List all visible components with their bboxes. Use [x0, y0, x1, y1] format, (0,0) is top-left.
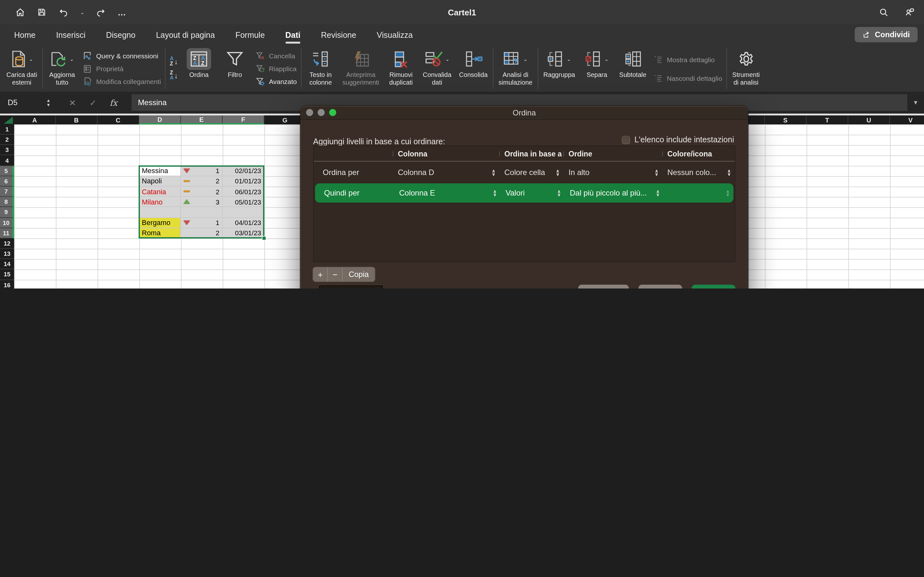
row-header-10[interactable]: 10 — [0, 218, 14, 228]
stepper-icon[interactable]: ∧∨ — [557, 190, 561, 196]
annulla-button[interactable]: Annulla — [639, 285, 682, 288]
anteprima-suggerimenti-button[interactable]: Anteprima suggerimenti — [338, 45, 383, 92]
stepper-icon[interactable]: ∧∨ — [727, 169, 731, 175]
tab-formule[interactable]: Formule — [225, 24, 275, 45]
row-header-15[interactable]: 15 — [0, 269, 14, 280]
name-box[interactable]: D5 — [0, 98, 46, 107]
row-header-12[interactable]: 12 — [0, 239, 14, 249]
tab-visualizza[interactable]: Visualizza — [367, 24, 423, 45]
tab-home[interactable]: Home — [4, 24, 46, 45]
tab-layout-di-pagina[interactable]: Layout di pagina — [145, 24, 225, 45]
mostra-dettaglio-button[interactable]: Mostra dettaglio — [653, 55, 722, 64]
insert-function-icon[interactable]: fx — [107, 98, 120, 107]
ordine-dropdown[interactable]: In alto — [564, 168, 654, 177]
sort-az-button[interactable]: AZ↓ — [170, 56, 178, 67]
column-header-V[interactable]: V — [890, 115, 924, 124]
save-icon[interactable] — [36, 6, 47, 18]
home-icon[interactable] — [14, 6, 26, 18]
column-header-S[interactable]: S — [765, 115, 806, 124]
copy-level-button[interactable]: Copia — [342, 268, 375, 282]
strumenti-di-analisi-button[interactable]: Strumenti di analisi — [728, 45, 764, 92]
query-connessioni-button[interactable]: Query & connessioni — [83, 51, 161, 61]
column-header-A[interactable]: A — [14, 115, 56, 124]
consolida-button[interactable]: Consolida — [455, 45, 491, 92]
list-has-headers-checkbox[interactable] — [622, 135, 630, 144]
cell-D10[interactable]: Bergamo — [139, 218, 181, 228]
cell-F11[interactable]: 03/01/23 — [223, 228, 264, 238]
ordina-button[interactable]: ZAAZ Ordina — [181, 45, 217, 92]
column-header-E[interactable]: E — [181, 115, 223, 124]
row-header-14[interactable]: 14 — [0, 259, 14, 269]
dialog-title-bar[interactable]: Ordina — [300, 106, 748, 120]
share-button[interactable]: Condividi — [855, 27, 918, 42]
stepper-icon[interactable]: ∧∨ — [556, 169, 559, 175]
sort-za-button[interactable]: ZA↓ — [170, 71, 178, 81]
row-header-9[interactable]: 9 — [0, 207, 14, 218]
nascondi-dettaglio-button[interactable]: Nascondi dettaglio — [653, 73, 722, 83]
cell-E11[interactable]: 2 — [181, 228, 223, 238]
cell-F5[interactable]: 02/01/23 — [223, 166, 264, 176]
row-header-13[interactable]: 13 — [0, 249, 14, 259]
row-header-11[interactable]: 11 — [0, 228, 14, 238]
row-header-5[interactable]: 5 — [0, 166, 14, 176]
search-icon[interactable] — [878, 6, 889, 18]
cell-F8[interactable]: 05/01/23 — [223, 197, 264, 207]
stepper-icon[interactable]: ∧∨ — [656, 190, 660, 196]
colonna-dropdown[interactable]: Colonna E — [394, 189, 492, 197]
raggruppa-button[interactable]: ⌄ Raggruppa — [540, 45, 579, 92]
formula-bar-expand-icon[interactable]: ▼ — [907, 99, 924, 106]
redo-icon[interactable] — [95, 6, 106, 18]
cell-E10[interactable]: 1 — [181, 218, 223, 228]
row-headers[interactable]: 1234567891011121314151617181920212223242… — [0, 124, 14, 288]
ordina-in-base-a-dropdown[interactable]: Valori — [501, 189, 556, 197]
cell-E6[interactable]: 2 — [181, 176, 223, 187]
cancel-icon[interactable]: ✕ — [66, 98, 79, 107]
row-header-8[interactable]: 8 — [0, 197, 14, 207]
aggiorna-tutto-button[interactable]: ⌄ Aggiorna tutto — [44, 45, 80, 92]
analisi-di-simulazione-button[interactable]: ? ⌄ Analisi di simulazione — [495, 45, 536, 92]
cell-E8[interactable]: 3 — [181, 197, 223, 207]
cell-D9[interactable] — [139, 207, 181, 218]
cell-F7[interactable]: 06/01/23 — [223, 187, 264, 197]
stepper-icon[interactable]: ∧∨ — [655, 169, 658, 175]
rimuovi-duplicati-button[interactable]: Rimuovi duplicati — [383, 45, 419, 92]
cell-F9[interactable] — [223, 207, 264, 218]
row-header-2[interactable]: 2 — [0, 135, 14, 145]
cell-D11[interactable]: Roma — [139, 228, 181, 238]
ordina-in-base-a-dropdown[interactable]: Colore cella — [499, 168, 555, 177]
tab-disegno[interactable]: Disegno — [95, 24, 145, 45]
cell-F10[interactable]: 04/01/23 — [223, 218, 264, 228]
ok-button[interactable]: OK — [692, 285, 735, 288]
column-header-T[interactable]: T — [806, 115, 848, 124]
cell-D8[interactable]: Milano — [139, 197, 181, 207]
modifica-collegamenti-button[interactable]: Modifica collegamenti — [83, 77, 161, 86]
column-header-C[interactable]: C — [97, 115, 139, 124]
proprieta-button[interactable]: Proprietà — [83, 64, 161, 73]
subtotale-button[interactable]: Subtotale — [615, 45, 651, 92]
name-box-spinner[interactable]: ▲▼ — [46, 98, 51, 107]
row-header-16[interactable]: 16 — [0, 280, 14, 288]
row-header-6[interactable]: 6 — [0, 176, 14, 187]
undo-icon[interactable] — [58, 6, 69, 18]
cell-D5[interactable]: Messina — [139, 166, 181, 176]
add-level-button[interactable]: + — [313, 268, 328, 282]
avanzato-button[interactable]: Avanzato — [255, 77, 297, 86]
row-header-3[interactable]: 3 — [0, 145, 14, 155]
carica-dati-esterni-button[interactable]: ⌄ Carica dati esterni — [3, 45, 41, 92]
column-header-D[interactable]: D — [139, 115, 181, 124]
remove-level-button[interactable]: − — [328, 268, 342, 282]
cell-D7[interactable]: Catania — [139, 187, 181, 197]
stepper-icon[interactable]: ∧∨ — [726, 190, 730, 196]
cell-E7[interactable]: 2 — [181, 187, 223, 197]
column-header-F[interactable]: F — [223, 115, 264, 124]
cell-F6[interactable]: 01/01/23 — [223, 176, 264, 187]
cell-E5[interactable]: 1 — [181, 166, 223, 176]
undo-chevron-icon[interactable]: ⌄ — [80, 9, 84, 15]
separa-button[interactable]: ⌄ Separa — [579, 45, 615, 92]
column-header-G[interactable]: G — [264, 115, 306, 124]
column-header-U[interactable]: U — [848, 115, 890, 124]
ordine-dropdown[interactable]: Dal più piccolo al più... — [565, 189, 655, 197]
filtro-button[interactable]: Filtro — [217, 45, 253, 92]
testo-in-colonne-button[interactable]: Testo in colonne — [302, 45, 338, 92]
row-header-1[interactable]: 1 — [0, 124, 14, 135]
